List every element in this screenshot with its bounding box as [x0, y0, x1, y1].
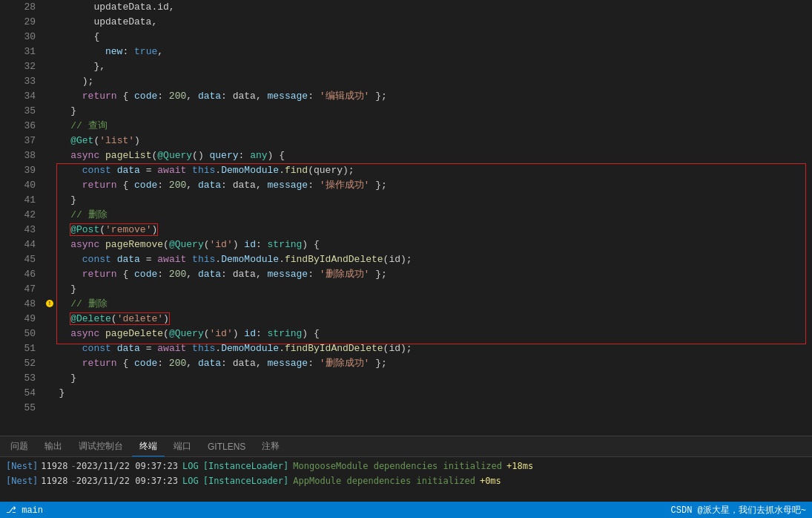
code-line-54: 54 } — [0, 386, 812, 401]
line-num-50: 50 — [0, 327, 44, 341]
line-num-43: 43 — [0, 223, 44, 237]
line-content-33: ); — [44, 74, 812, 89]
code-line-50: 50 async pageDelete(@Query('id') id: str… — [0, 327, 812, 341]
line-content-47: } — [44, 282, 812, 297]
code-line-30: 30 { — [0, 30, 812, 45]
line-content-41: } — [44, 193, 812, 208]
line-content-51: const data = await this.DemoModule.findB… — [44, 341, 812, 356]
line-num-51: 51 — [0, 341, 44, 356]
log-line-2: [Nest] 11928 - 2023/11/22 09:37:23 LOG [… — [0, 473, 812, 488]
bottom-panel: 问题 输出 调试控制台 终端 端口 GITLENS 注释 [Nest] 1192… — [0, 436, 812, 502]
line-num-38: 38 — [0, 148, 44, 163]
log-date-2: 2023/11/22 09:37:23 — [76, 474, 178, 488]
line-content-49: @Delete('delete') — [44, 312, 812, 327]
line-content-43: @Post('remove') — [44, 223, 812, 237]
line-content-34: return { code: 200, data: data, message:… — [44, 89, 812, 104]
tab-output[interactable]: 输出 — [37, 437, 70, 456]
code-line-32: 32 }, — [0, 59, 812, 74]
code-line-40: 40 return { code: 200, data: data, messa… — [0, 178, 812, 193]
line-content-35: } — [44, 104, 812, 119]
code-lines-container: 28 updateData.id, 29 updateData, 30 { 31… — [0, 0, 812, 416]
line-content-42: // 删除 — [44, 208, 812, 223]
line-content-30: { — [44, 30, 812, 45]
line-content-48: // 删除 — [44, 297, 812, 312]
line-num-46: 46 — [0, 267, 44, 282]
line-num-33: 33 — [0, 74, 44, 89]
line-num-44: 44 — [0, 237, 44, 252]
line-content-53: } — [44, 371, 812, 386]
line-content-36: // 查询 — [44, 119, 812, 134]
code-line-51: 51 const data = await this.DemoModule.fi… — [0, 341, 812, 356]
status-left: ⎇ main — [6, 505, 43, 516]
log-plus-2: +0ms — [480, 474, 501, 488]
code-line-53: 53 } — [0, 371, 812, 386]
code-line-47: 47 } — [0, 282, 812, 297]
line-content-38: async pageList(@Query() query: any) { — [44, 148, 812, 163]
code-line-46: 46 return { code: 200, data: data, messa… — [0, 267, 812, 282]
line-content-39: const data = await this.DemoModule.find(… — [44, 163, 812, 178]
line-content-54: } — [44, 386, 812, 401]
log-date-1: 2023/11/22 09:37:23 — [76, 459, 178, 473]
line-content-32: }, — [44, 59, 812, 74]
line-num-41: 41 — [0, 193, 44, 208]
line-num-34: 34 — [0, 89, 44, 104]
log-module-1: [InstanceLoader] — [203, 459, 289, 473]
warning-icon: ! — [46, 300, 53, 307]
code-line-35: 35 } — [0, 104, 812, 119]
line-num-47: 47 — [0, 282, 44, 297]
code-line-33: 33 ); — [0, 74, 812, 89]
code-line-31: 31 new: true, — [0, 45, 812, 59]
line-num-28: 28 — [0, 0, 44, 15]
tab-gitlens[interactable]: GITLENS — [200, 439, 253, 455]
line-num-31: 31 — [0, 45, 44, 59]
tab-issues[interactable]: 问题 — [3, 437, 36, 456]
code-line-29: 29 updateData, — [0, 15, 812, 30]
tab-ports[interactable]: 端口 — [166, 437, 199, 456]
code-line-37: 37 @Get('list') — [0, 134, 812, 148]
tab-debug-console[interactable]: 调试控制台 — [71, 437, 131, 456]
line-num-45: 45 — [0, 252, 44, 267]
status-bar: ⎇ main CSDN @派大星，我们去抓水母吧~ — [0, 502, 812, 518]
inline-box-delete: @Delete('delete') — [70, 313, 169, 324]
status-right-text: CSDN @派大星，我们去抓水母吧~ — [671, 504, 806, 517]
line-num-32: 32 — [0, 59, 44, 74]
code-line-44: 44 async pageRemove(@Query('id') id: str… — [0, 237, 812, 252]
line-content-40: return { code: 200, data: data, message:… — [44, 178, 812, 193]
line-content-29: updateData, — [44, 15, 812, 30]
log-level-1: LOG — [182, 459, 199, 473]
line-num-53: 53 — [0, 371, 44, 386]
line-num-52: 52 — [0, 356, 44, 371]
line-num-54: 54 — [0, 386, 44, 401]
code-line-49: 49 @Delete('delete') — [0, 312, 812, 327]
line-content-45: const data = await this.DemoModule.findB… — [44, 252, 812, 267]
log-pid-2: 11928 — [41, 474, 67, 488]
code-line-45: 45 const data = await this.DemoModule.fi… — [0, 252, 812, 267]
line-num-30: 30 — [0, 30, 44, 45]
log-dash-1: - — [70, 459, 76, 473]
line-num-42: 42 — [0, 208, 44, 223]
status-branch: ⎇ main — [6, 505, 43, 516]
line-num-49: 49 — [0, 312, 44, 327]
line-num-48: 48 — [0, 297, 44, 312]
code-line-55: 55 — [0, 401, 812, 416]
log-pid-1: 11928 — [41, 459, 67, 473]
code-line-34: 34 return { code: 200, data: data, messa… — [0, 89, 812, 104]
line-content-28: updateData.id, — [44, 0, 812, 15]
line-content-46: return { code: 200, data: data, message:… — [44, 267, 812, 282]
log-message-2: AppModule dependencies initialized — [293, 474, 475, 488]
line-num-37: 37 — [0, 134, 44, 148]
log-line-1: [Nest] 11928 - 2023/11/22 09:37:23 LOG [… — [0, 459, 812, 473]
code-line-52: 52 return { code: 200, data: data, messa… — [0, 356, 812, 371]
line-num-29: 29 — [0, 15, 44, 30]
line-num-55: 55 — [0, 401, 44, 416]
tab-terminal[interactable]: 终端 — [132, 437, 165, 456]
code-line-36: 36 // 查询 — [0, 119, 812, 134]
code-content: 28 updateData.id, 29 updateData, 30 { 31… — [0, 0, 812, 436]
line-content-55 — [44, 401, 812, 416]
line-content-52: return { code: 200, data: data, message:… — [44, 356, 812, 371]
tab-comments[interactable]: 注释 — [254, 437, 287, 456]
code-editor: 28 updateData.id, 29 updateData, 30 { 31… — [0, 0, 812, 436]
log-nest-2: [Nest] — [6, 474, 38, 488]
code-line-42: 42 // 删除 — [0, 208, 812, 223]
line-content-37: @Get('list') — [44, 134, 812, 148]
